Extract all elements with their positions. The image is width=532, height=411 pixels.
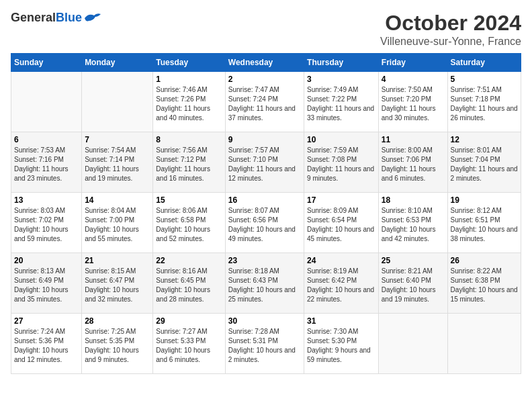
header-monday: Monday [82, 54, 153, 72]
day-info: Sunrise: 8:06 AMSunset: 6:58 PMDaylight:… [156, 206, 222, 244]
day-number: 29 [156, 316, 222, 326]
day-info: Sunrise: 7:27 AMSunset: 5:33 PMDaylight:… [156, 327, 222, 365]
calendar-cell: 18Sunrise: 8:10 AMSunset: 6:53 PMDayligh… [378, 193, 447, 253]
calendar-cell [447, 314, 521, 374]
day-info: Sunrise: 8:01 AMSunset: 7:04 PMDaylight:… [451, 146, 518, 183]
calendar-cell: 1Sunrise: 7:46 AMSunset: 7:26 PMDaylight… [153, 72, 225, 132]
day-number: 15 [156, 195, 222, 205]
day-info: Sunrise: 7:49 AMSunset: 7:22 PMDaylight:… [307, 85, 375, 123]
day-number: 28 [85, 316, 150, 326]
day-number: 20 [14, 256, 79, 265]
day-info: Sunrise: 7:51 AMSunset: 7:18 PMDaylight:… [451, 85, 518, 123]
calendar-cell: 16Sunrise: 8:07 AMSunset: 6:56 PMDayligh… [225, 193, 304, 253]
calendar-cell: 17Sunrise: 8:09 AMSunset: 6:54 PMDayligh… [304, 193, 379, 253]
day-number: 17 [307, 195, 375, 205]
calendar-cell: 22Sunrise: 8:16 AMSunset: 6:45 PMDayligh… [153, 253, 225, 314]
logo-bird-icon [83, 11, 102, 25]
day-number: 16 [228, 195, 301, 205]
day-info: Sunrise: 8:04 AMSunset: 7:00 PMDaylight:… [85, 206, 150, 244]
calendar-cell: 11Sunrise: 8:00 AMSunset: 7:06 PMDayligh… [378, 132, 447, 193]
week-row-1: 1Sunrise: 7:46 AMSunset: 7:26 PMDaylight… [11, 72, 521, 132]
week-row-3: 13Sunrise: 8:03 AMSunset: 7:02 PMDayligh… [11, 193, 521, 253]
day-info: Sunrise: 7:46 AMSunset: 7:26 PMDaylight:… [156, 85, 222, 123]
logo-blue: Blue [56, 11, 82, 24]
header-tuesday: Tuesday [153, 54, 225, 72]
day-info: Sunrise: 8:07 AMSunset: 6:56 PMDaylight:… [228, 206, 301, 244]
calendar-title: October 2024 [380, 11, 521, 36]
calendar-cell: 25Sunrise: 8:21 AMSunset: 6:40 PMDayligh… [378, 253, 447, 314]
day-info: Sunrise: 7:28 AMSunset: 5:31 PMDaylight:… [228, 327, 301, 365]
calendar-cell: 5Sunrise: 7:51 AMSunset: 7:18 PMDaylight… [447, 72, 521, 132]
calendar-cell: 14Sunrise: 8:04 AMSunset: 7:00 PMDayligh… [82, 193, 153, 253]
week-row-2: 6Sunrise: 7:53 AMSunset: 7:16 PMDaylight… [11, 132, 521, 193]
day-info: Sunrise: 7:57 AMSunset: 7:10 PMDaylight:… [228, 146, 301, 183]
header-wednesday: Wednesday [225, 54, 304, 72]
day-number: 3 [307, 75, 375, 84]
calendar-cell: 8Sunrise: 7:56 AMSunset: 7:12 PMDaylight… [153, 132, 225, 193]
logo-general: General [11, 11, 56, 24]
day-number: 26 [451, 256, 518, 265]
calendar-cell: 3Sunrise: 7:49 AMSunset: 7:22 PMDaylight… [304, 72, 379, 132]
calendar-cell: 24Sunrise: 8:19 AMSunset: 6:42 PMDayligh… [304, 253, 379, 314]
day-number: 24 [307, 256, 375, 265]
day-number: 14 [85, 195, 150, 205]
calendar-cell: 20Sunrise: 8:13 AMSunset: 6:49 PMDayligh… [11, 253, 82, 314]
header-saturday: Saturday [447, 54, 521, 72]
day-info: Sunrise: 7:50 AMSunset: 7:20 PMDaylight:… [382, 85, 445, 123]
day-number: 10 [307, 135, 375, 144]
day-info: Sunrise: 7:53 AMSunset: 7:16 PMDaylight:… [14, 146, 79, 183]
logo: GeneralBlue [11, 11, 102, 25]
day-info: Sunrise: 8:09 AMSunset: 6:54 PMDaylight:… [307, 206, 375, 244]
day-info: Sunrise: 7:56 AMSunset: 7:12 PMDaylight:… [156, 146, 222, 183]
calendar-cell [82, 72, 153, 132]
day-number: 11 [382, 135, 445, 144]
day-number: 7 [85, 135, 150, 144]
day-info: Sunrise: 8:10 AMSunset: 6:53 PMDaylight:… [382, 206, 445, 244]
day-number: 22 [156, 256, 222, 265]
day-number: 2 [228, 75, 301, 84]
day-info: Sunrise: 8:16 AMSunset: 6:45 PMDaylight:… [156, 267, 222, 304]
calendar-cell: 4Sunrise: 7:50 AMSunset: 7:20 PMDaylight… [378, 72, 447, 132]
day-info: Sunrise: 8:22 AMSunset: 6:38 PMDaylight:… [451, 267, 518, 304]
day-number: 23 [228, 256, 301, 265]
calendar-cell: 29Sunrise: 7:27 AMSunset: 5:33 PMDayligh… [153, 314, 225, 374]
calendar-cell: 12Sunrise: 8:01 AMSunset: 7:04 PMDayligh… [447, 132, 521, 193]
day-info: Sunrise: 7:59 AMSunset: 7:08 PMDaylight:… [307, 146, 375, 183]
day-number: 9 [228, 135, 301, 144]
day-info: Sunrise: 7:30 AMSunset: 5:30 PMDaylight:… [307, 327, 375, 365]
day-info: Sunrise: 8:15 AMSunset: 6:47 PMDaylight:… [85, 267, 150, 304]
week-row-5: 27Sunrise: 7:24 AMSunset: 5:36 PMDayligh… [11, 314, 521, 374]
day-info: Sunrise: 7:47 AMSunset: 7:24 PMDaylight:… [228, 85, 301, 123]
day-info: Sunrise: 7:25 AMSunset: 5:35 PMDaylight:… [85, 327, 150, 365]
calendar-cell [378, 314, 447, 374]
calendar-cell: 31Sunrise: 7:30 AMSunset: 5:30 PMDayligh… [304, 314, 379, 374]
calendar-cell: 13Sunrise: 8:03 AMSunset: 7:02 PMDayligh… [11, 193, 82, 253]
day-number: 30 [228, 316, 301, 326]
calendar-cell: 10Sunrise: 7:59 AMSunset: 7:08 PMDayligh… [304, 132, 379, 193]
day-info: Sunrise: 7:24 AMSunset: 5:36 PMDaylight:… [14, 327, 79, 365]
page-header: GeneralBlue October 2024 Villeneuve-sur-… [11, 11, 521, 48]
day-number: 5 [451, 75, 518, 84]
calendar-cell: 19Sunrise: 8:12 AMSunset: 6:51 PMDayligh… [447, 193, 521, 253]
day-info: Sunrise: 8:03 AMSunset: 7:02 PMDaylight:… [14, 206, 79, 244]
header-friday: Friday [378, 54, 447, 72]
day-number: 31 [307, 316, 375, 326]
day-number: 25 [382, 256, 445, 265]
day-info: Sunrise: 8:18 AMSunset: 6:43 PMDaylight:… [228, 267, 301, 304]
header-sunday: Sunday [11, 54, 82, 72]
day-number: 21 [85, 256, 150, 265]
day-info: Sunrise: 8:13 AMSunset: 6:49 PMDaylight:… [14, 267, 79, 304]
calendar-cell: 23Sunrise: 8:18 AMSunset: 6:43 PMDayligh… [225, 253, 304, 314]
day-number: 6 [14, 135, 79, 144]
day-info: Sunrise: 7:54 AMSunset: 7:14 PMDaylight:… [85, 146, 150, 183]
day-number: 1 [156, 75, 222, 84]
day-number: 19 [451, 195, 518, 205]
calendar-subtitle: Villeneuve-sur-Yonne, France [380, 36, 521, 48]
calendar-header-row: SundayMondayTuesdayWednesdayThursdayFrid… [11, 54, 521, 72]
calendar-cell: 26Sunrise: 8:22 AMSunset: 6:38 PMDayligh… [447, 253, 521, 314]
calendar-cell: 6Sunrise: 7:53 AMSunset: 7:16 PMDaylight… [11, 132, 82, 193]
day-info: Sunrise: 8:21 AMSunset: 6:40 PMDaylight:… [382, 267, 445, 304]
calendar-cell: 30Sunrise: 7:28 AMSunset: 5:31 PMDayligh… [225, 314, 304, 374]
calendar-cell: 28Sunrise: 7:25 AMSunset: 5:35 PMDayligh… [82, 314, 153, 374]
day-number: 12 [451, 135, 518, 144]
